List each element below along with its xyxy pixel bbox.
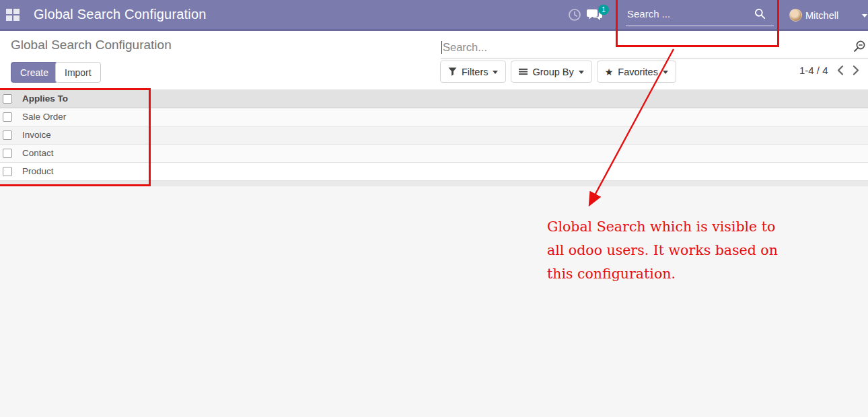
chevron-down-icon — [579, 71, 584, 74]
search-options-bar: Filters Group By ★ Favorites — [440, 61, 676, 83]
create-button[interactable]: Create — [11, 62, 58, 83]
pager-range: 1-4 / 4 — [799, 65, 828, 76]
text-caret — [441, 41, 442, 54]
annotation-note-line: this configuration. — [547, 262, 778, 286]
group-by-bars-icon — [519, 68, 528, 75]
filters-label: Filters — [462, 67, 488, 77]
apps-menu-icon[interactable] — [6, 9, 20, 21]
chevron-down-icon — [493, 71, 498, 74]
group-by-button[interactable]: Group By — [511, 61, 591, 83]
chevron-down-icon — [663, 71, 668, 74]
import-button[interactable]: Import — [55, 62, 101, 83]
breadcrumb: Global Search Configuration — [11, 38, 172, 52]
messages-count-badge: 1 — [598, 5, 609, 15]
annotation-note-line: Global Search which is visible to — [547, 215, 778, 239]
pager-previous-icon[interactable] — [837, 65, 844, 75]
filters-button[interactable]: Filters — [440, 61, 506, 83]
pager-next-icon[interactable] — [853, 65, 859, 75]
annotation-rect-applies-to-list — [0, 88, 151, 186]
user-name: Mitchell Admin — [805, 0, 868, 62]
annotation-note: Global Search which is visible to all od… — [547, 215, 778, 286]
user-avatar — [789, 9, 802, 22]
annotation-note-line: all odoo users. It works based on — [547, 239, 778, 262]
app-title[interactable]: Global Search Configuration — [34, 0, 207, 29]
pager: 1-4 / 4 — [799, 65, 859, 76]
odoo-window: Global Search Configuration 1 Mitchell A… — [0, 0, 868, 417]
group-by-label: Group By — [532, 67, 573, 77]
favorites-button[interactable]: ★ Favorites — [597, 61, 676, 83]
filter-funnel-icon — [448, 67, 457, 76]
chevron-down-icon — [862, 14, 867, 17]
favorites-label: Favorites — [618, 67, 658, 77]
star-icon: ★ — [605, 67, 614, 77]
activities-clock-icon[interactable] — [568, 8, 581, 24]
annotation-rect-global-search — [616, 0, 779, 47]
